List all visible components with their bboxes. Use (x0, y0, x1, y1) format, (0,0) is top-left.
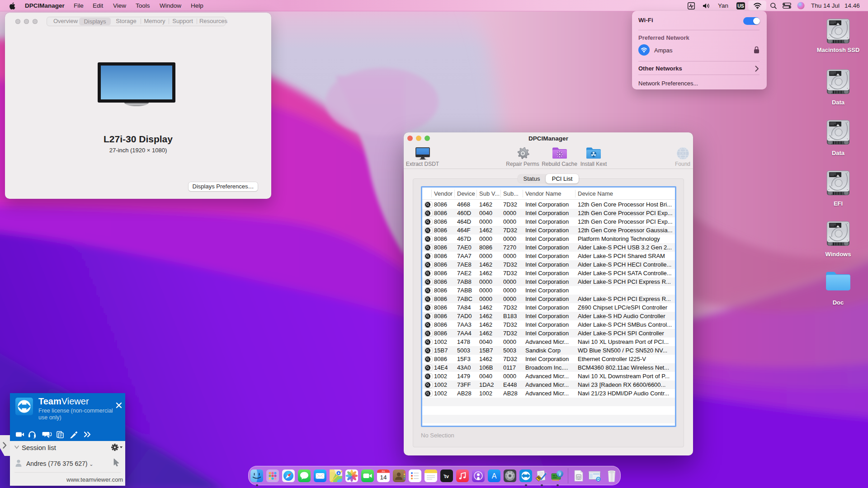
svg-text:14: 14 (380, 474, 387, 481)
svg-text:tv: tv (444, 474, 449, 479)
svg-text:JUL: JUL (382, 470, 386, 473)
svg-text:A: A (492, 472, 497, 480)
